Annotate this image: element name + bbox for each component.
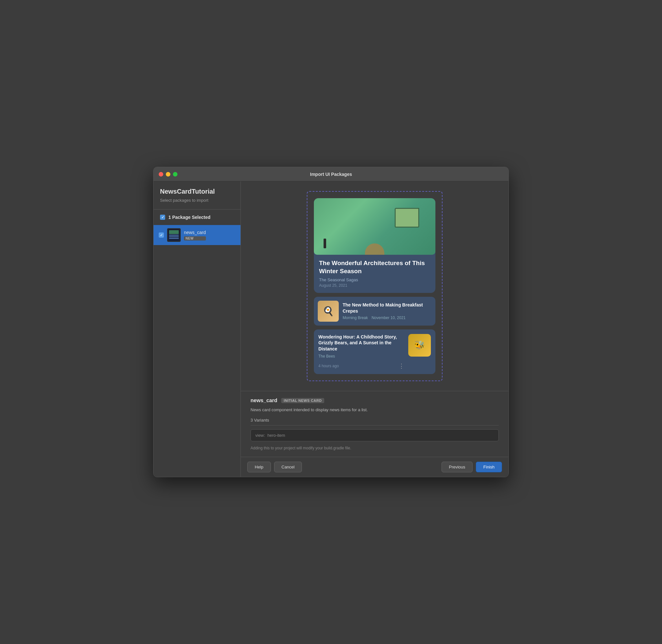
package-info: news_card NEW — [184, 230, 206, 240]
small-card: 🍳 The New Method to Making Breakfast Cre… — [314, 297, 435, 326]
package-item-checkbox[interactable] — [159, 232, 164, 238]
shutter-right — [410, 208, 419, 224]
content-area: The Wonderful Architectures of This Wint… — [241, 181, 509, 477]
text-image-card-title: Wondering Hour: A Childhood Story, Grizz… — [318, 334, 404, 352]
titlebar: Import UI Packages — [153, 167, 509, 181]
thumb-image-bar — [169, 230, 179, 234]
package-selected-label: 1 Package Selected — [168, 215, 210, 220]
preview-section: The Wonderful Architectures of This Wint… — [241, 181, 509, 391]
details-header: news_card INITIAL NEWS CARD — [251, 398, 499, 404]
small-card-image: 🍳 — [318, 301, 339, 322]
package-badge: NEW — [184, 236, 206, 240]
bee-icon: 🐝 — [415, 340, 425, 350]
more-icon[interactable]: ⋮ — [399, 362, 404, 370]
hero-date: August 25, 2021 — [319, 283, 430, 288]
maximize-button[interactable] — [173, 172, 178, 177]
app-window: Import UI Packages NewsCardTutorial Sele… — [153, 167, 509, 477]
project-name: NewsCardTutorial — [153, 188, 240, 198]
text-image-card-content: Wondering Hour: A Childhood Story, Grizz… — [318, 334, 404, 370]
small-card-meta: Morning Break November 10, 2021 — [342, 316, 431, 320]
text-image-card-time: 4 hours ago — [318, 364, 339, 368]
text-image-card: Wondering Hour: A Childhood Story, Grizz… — [314, 329, 435, 374]
sidebar-divider — [153, 209, 240, 209]
shutter-left — [397, 208, 406, 224]
hero-card-image — [314, 198, 435, 255]
thumb-bar-2 — [169, 236, 179, 237]
text-image-card-bottom: 4 hours ago ⋮ — [318, 362, 404, 370]
variant-value: hero-item — [267, 433, 285, 438]
details-pkg-name: news_card — [251, 398, 277, 404]
preview-container: The Wonderful Architectures of This Wint… — [307, 191, 443, 381]
gradle-note: Adding this to your project will modify … — [251, 446, 499, 450]
package-thumb-inner — [168, 229, 180, 241]
previous-button[interactable]: Previous — [442, 462, 473, 472]
variant-key: view: — [255, 433, 265, 438]
minimize-button[interactable] — [166, 172, 170, 177]
thumb-bar-1 — [169, 235, 179, 236]
text-image-card-source: The Bees — [318, 354, 404, 359]
arch-detail — [365, 244, 384, 255]
hero-card: The Wonderful Architectures of This Wint… — [314, 198, 435, 293]
variant-row: view: hero-item — [251, 429, 499, 441]
window-title: Import UI Packages — [310, 172, 352, 177]
small-card-title: The New Method to Making Breakfast Crepe… — [342, 302, 431, 314]
footer-right: Previous Finish — [442, 462, 502, 472]
hero-title: The Wonderful Architectures of This Wint… — [319, 259, 430, 275]
close-button[interactable] — [159, 172, 163, 177]
small-card-date: November 10, 2021 — [372, 316, 405, 320]
cancel-button[interactable]: Cancel — [274, 462, 302, 472]
sidebar-subtitle: Select packages to import — [153, 198, 240, 209]
text-image-card-image: 🐝 — [408, 334, 431, 356]
main-layout: NewsCardTutorial Select packages to impo… — [153, 181, 509, 477]
sidebar: NewsCardTutorial Select packages to impo… — [153, 181, 241, 477]
help-button[interactable]: Help — [247, 462, 271, 472]
list-item[interactable]: news_card NEW — [153, 225, 240, 245]
footer-left: Help Cancel — [247, 462, 302, 472]
package-thumbnail — [167, 228, 181, 242]
window-controls — [159, 172, 178, 177]
hero-card-content: The Wonderful Architectures of This Wint… — [314, 259, 435, 288]
footer: Help Cancel Previous Finish — [241, 457, 509, 477]
food-icon: 🍳 — [323, 306, 334, 317]
details-section: news_card INITIAL NEWS CARD News card co… — [241, 391, 509, 457]
details-badge: INITIAL NEWS CARD — [281, 398, 325, 403]
package-name: news_card — [184, 230, 206, 235]
package-selected-row: 1 Package Selected — [153, 215, 240, 225]
details-description: News card component intended to display … — [251, 407, 499, 413]
variants-label: 3 Variants — [251, 418, 499, 426]
hero-source: The Seasonal Sagas — [319, 277, 430, 282]
small-card-content: The New Method to Making Breakfast Crepe… — [342, 302, 431, 320]
thumb-bar-3 — [169, 238, 179, 239]
small-card-source: Morning Break — [342, 316, 368, 320]
window-shutters — [397, 208, 419, 226]
package-selected-checkbox[interactable] — [160, 215, 165, 220]
finish-button[interactable]: Finish — [476, 462, 502, 472]
